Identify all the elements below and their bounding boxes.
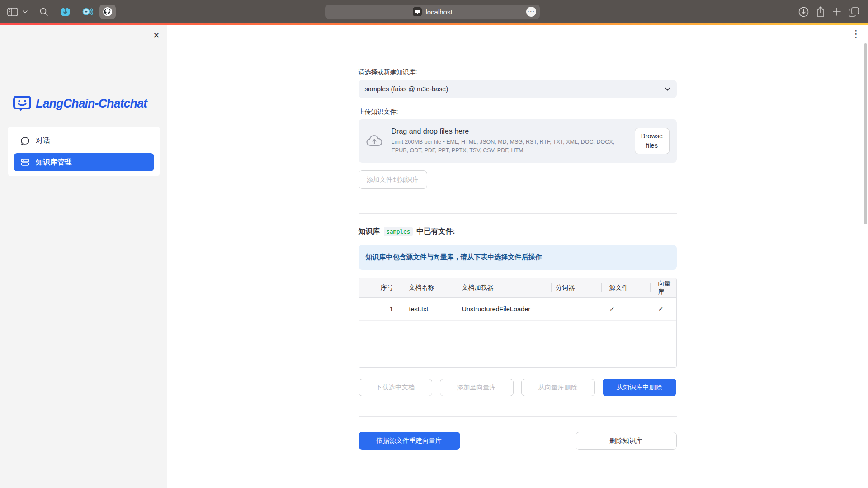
col-header-source-file: 源文件 (601, 278, 650, 297)
extension-cat-icon[interactable] (60, 7, 71, 17)
database-stack-icon (20, 158, 30, 166)
add-files-to-kb-button[interactable]: 添加文件到知识库 (359, 170, 427, 189)
sidebar-item-label: 对话 (36, 136, 50, 145)
download-selected-button[interactable]: 下载选中文档 (359, 379, 432, 396)
info-message: 知识库中包含源文件与向量库，请从下表中选择文件后操作 (366, 253, 542, 262)
existing-files-heading: 知识库 samples 中已有文件: (359, 227, 677, 236)
kb-select-label: 请选择或新建知识库: (359, 68, 677, 76)
downloads-icon[interactable] (798, 7, 809, 17)
divider (359, 416, 677, 417)
divider (359, 213, 677, 214)
app-logo: LangChain-Chatchat (13, 94, 147, 113)
browser-toolbar: localhost ··· (0, 0, 868, 23)
chatchat-logo-icon (13, 94, 32, 113)
github-icon (102, 6, 113, 17)
table-action-buttons: 下载选中文档 添加至向量库 从向量库删除 从知识库中删除 (359, 379, 677, 396)
col-header-index: 序号 (359, 278, 402, 297)
chat-bubble-icon (20, 136, 30, 145)
sidebar-close-icon[interactable]: ✕ (153, 31, 160, 40)
page-menu-kebab-icon[interactable]: ⋮ (851, 28, 861, 39)
file-dropzone[interactable]: Drag and drop files here Limit 200MB per… (359, 119, 677, 163)
sidebar-item-chat[interactable]: 对话 (14, 131, 154, 150)
cell-vector-store-check: ✓ (650, 305, 676, 313)
col-header-splitter: 分词器 (551, 278, 601, 297)
sidebar-chevron-down-icon[interactable] (23, 10, 28, 14)
delete-from-kb-button[interactable]: 从知识库中删除 (603, 379, 676, 396)
kb-name-code: samples (384, 227, 413, 236)
col-header-vector-store: 向量库 (650, 278, 676, 297)
sidebar-nav: 对话 知识库管理 (8, 127, 160, 176)
add-to-vector-store-button[interactable]: 添加至向量库 (440, 379, 514, 396)
delete-kb-button[interactable]: 删除知识库 (576, 432, 677, 450)
address-more-icon[interactable]: ··· (526, 7, 536, 17)
cell-loader: UnstructuredFileLoader (455, 305, 551, 313)
sidebar-item-label: 知识库管理 (36, 158, 72, 167)
col-header-doc-name: 文档名称 (402, 278, 455, 297)
heading-suffix: 中已有文件: (416, 227, 455, 236)
address-bar[interactable]: localhost ··· (326, 5, 540, 19)
page-content: 请选择或新建知识库: samples (faiss @ m3e-base) 上传… (359, 25, 677, 450)
github-extension-active-bg[interactable] (99, 5, 116, 19)
sidebar-item-knowledge-base[interactable]: 知识库管理 (14, 153, 154, 171)
page-scrollbar[interactable] (864, 43, 867, 224)
browse-files-button[interactable]: Browse files (635, 128, 670, 154)
site-favicon (413, 7, 422, 16)
table-header-row: 序号 文档名称 文档加载器 分词器 源文件 向量库 (359, 278, 676, 298)
tab-overview-icon[interactable] (849, 7, 859, 17)
search-icon[interactable] (39, 7, 48, 16)
app-logo-text: LangChain-Chatchat (36, 97, 147, 111)
new-tab-icon[interactable] (832, 7, 841, 16)
dropzone-limit: Limit 200MB per file • EML, HTML, JSON, … (392, 138, 623, 154)
extension-echo-icon[interactable] (82, 7, 93, 16)
delete-from-vector-store-button[interactable]: 从向量库删除 (521, 379, 595, 396)
kb-files-table[interactable]: 序号 文档名称 文档加载器 分词器 源文件 向量库 1 test.txt Uns… (359, 278, 677, 368)
kb-select-value: samples (faiss @ m3e-base) (365, 85, 448, 93)
kb-bottom-buttons: 依据源文件重建向量库 删除知识库 (359, 432, 677, 450)
upload-label: 上传知识文件: (359, 108, 677, 116)
col-header-loader: 文档加载器 (455, 278, 551, 297)
rebuild-vector-store-button[interactable]: 依据源文件重建向量库 (359, 432, 460, 450)
cell-source-file-check: ✓ (601, 305, 650, 313)
main-area: ⋮ 请选择或新建知识库: samples (faiss @ m3e-base) … (167, 25, 868, 488)
info-banner: 知识库中包含源文件与向量库，请从下表中选择文件后操作 (359, 245, 677, 270)
cell-doc-name: test.txt (402, 305, 455, 313)
share-icon[interactable] (816, 6, 825, 17)
table-row[interactable]: 1 test.txt UnstructuredFileLoader ✓ ✓ (359, 298, 676, 321)
sidebar-toggle-icon[interactable] (7, 8, 18, 16)
sidebar: ✕ LangChain-Chatchat 对 (0, 25, 167, 488)
address-url: localhost (425, 8, 452, 16)
heading-prefix: 知识库 (359, 227, 380, 236)
cloud-upload-icon (366, 134, 384, 148)
kb-select-dropdown[interactable]: samples (faiss @ m3e-base) (359, 80, 677, 98)
dropzone-title: Drag and drop files here (392, 127, 623, 136)
cell-index: 1 (359, 305, 402, 313)
dropzone-texts: Drag and drop files here Limit 200MB per… (392, 127, 623, 154)
chevron-down-icon (665, 87, 670, 91)
